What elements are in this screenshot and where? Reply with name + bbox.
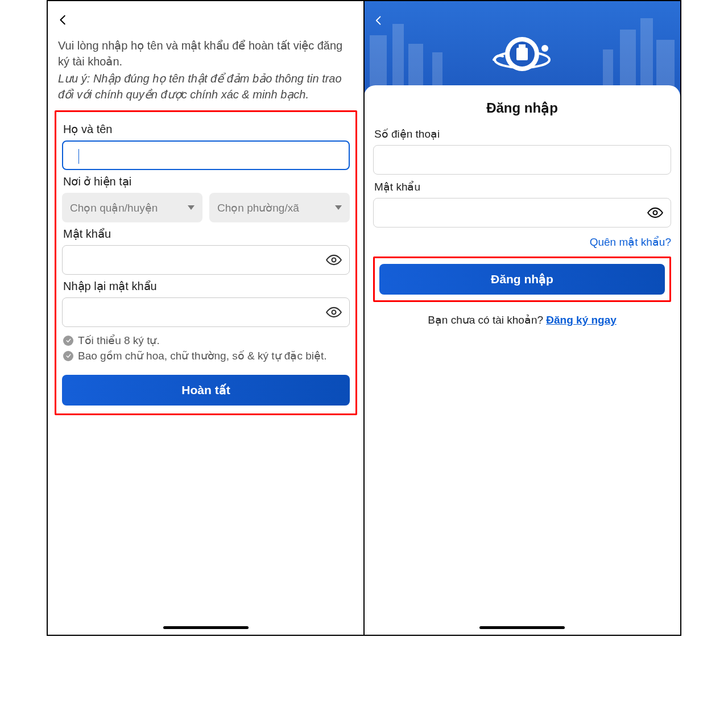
phone-label: Số điện thoại	[374, 127, 671, 140]
eye-icon[interactable]	[647, 205, 663, 221]
password-rule-2: Bao gồm chữ hoa, chữ thường, số & ký tự …	[78, 349, 327, 362]
signup-row: Bạn chưa có tài khoản? Đăng ký ngay	[373, 313, 671, 326]
confirm-password-input[interactable]	[62, 297, 350, 327]
check-circle-icon	[63, 336, 73, 346]
district-placeholder: Chọn quận/huyện	[70, 201, 158, 214]
fullname-label: Họ và tên	[63, 122, 350, 136]
signup-link[interactable]: Đăng ký ngay	[546, 314, 617, 326]
app-logo-icon	[488, 28, 556, 80]
login-button[interactable]: Đăng nhập	[379, 264, 665, 295]
home-indicator	[479, 626, 565, 629]
ward-select[interactable]: Chọn phường/xã	[209, 193, 350, 222]
chevron-down-icon	[335, 205, 342, 210]
eye-icon[interactable]	[326, 252, 342, 268]
login-password-label: Mật khẩu	[374, 180, 671, 193]
signup-prompt: Bạn chưa có tài khoản?	[428, 314, 546, 326]
check-circle-icon	[63, 351, 73, 361]
login-password-input[interactable]	[373, 198, 671, 228]
phone-input[interactable]	[373, 145, 671, 175]
login-title: Đăng nhập	[373, 100, 671, 116]
district-select[interactable]: Chọn quận/huyện	[62, 193, 202, 222]
note-text: Lưu ý: Nhập đúng họ tên thật để đảm bảo …	[58, 71, 354, 102]
svg-rect-13	[516, 48, 528, 60]
svg-point-0	[332, 258, 336, 262]
login-pane: Đăng nhập Số điện thoại Mật khẩu Quên mậ…	[364, 1, 680, 635]
home-indicator	[163, 626, 249, 629]
login-button-highlight: Đăng nhập	[373, 257, 671, 302]
svg-point-1	[332, 311, 336, 315]
pane-divider	[363, 1, 365, 635]
password-input[interactable]	[62, 245, 350, 275]
svg-point-16	[653, 211, 657, 215]
login-card: Đăng nhập Số điện thoại Mật khẩu Quên mậ…	[364, 85, 680, 326]
intro-text: Vui lòng nhập họ tên và mật khẩu để hoàn…	[58, 38, 354, 69]
address-label: Nơi ở hiện tại	[63, 175, 350, 188]
svg-rect-14	[519, 44, 526, 49]
fullname-input[interactable]	[62, 140, 350, 170]
registration-pane: Vui lòng nhập họ tên và mật khẩu để hoàn…	[48, 1, 364, 635]
password-rule-1: Tối thiểu 8 ký tự.	[78, 334, 160, 347]
forgot-password-link[interactable]: Quên mật khẩu?	[373, 235, 671, 249]
svg-point-15	[541, 45, 548, 52]
login-header	[364, 1, 680, 97]
eye-icon[interactable]	[326, 304, 342, 320]
complete-button[interactable]: Hoàn tất	[62, 375, 350, 406]
chevron-down-icon	[188, 205, 195, 210]
registration-form-highlight: Họ và tên Nơi ở hiện tại Chọn quận/huyện…	[55, 110, 357, 415]
ward-placeholder: Chọn phường/xã	[217, 201, 299, 214]
password-label: Mật khẩu	[63, 227, 350, 241]
back-icon[interactable]	[57, 11, 69, 32]
confirm-password-label: Nhập lại mật khẩu	[63, 279, 350, 293]
back-icon[interactable]	[373, 13, 384, 32]
